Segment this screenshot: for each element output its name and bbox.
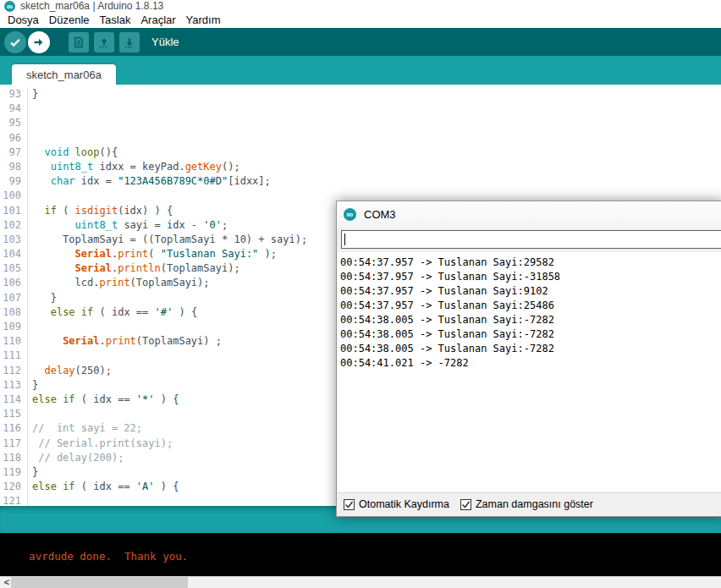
timestamp-checkbox-box[interactable]: [460, 499, 471, 510]
tab-label: sketch_mar06a: [26, 69, 102, 81]
serial-monitor-title-bar[interactable]: ∞ COM3: [337, 201, 721, 228]
line-number: 121: [0, 494, 28, 506]
serial-output-line: 00:54:37.957 -> Tuslanan Sayi:9102: [340, 284, 721, 299]
code-content: // Serial.print(sayi);: [28, 437, 173, 451]
save-button[interactable]: [119, 32, 140, 52]
window-title: sketch_mar06a | Arduino 1.8.13: [20, 0, 163, 12]
line-number: 99: [0, 174, 28, 189]
code-content: }: [28, 291, 57, 305]
new-sketch-button[interactable]: [69, 32, 89, 52]
horizontal-scrollbar[interactable]: <: [0, 576, 721, 588]
menu-item-tools[interactable]: Araçlar: [135, 13, 180, 28]
line-number: 110: [0, 334, 28, 349]
console-text: avrdude done. Thank you.: [29, 550, 188, 563]
code-content: lcd.print(ToplamSayi);: [28, 276, 210, 290]
line-number: 114: [0, 393, 28, 407]
serial-output-line: 00:54:37.957 -> Tuslanan Sayi:-31858: [340, 270, 721, 284]
code-line[interactable]: 98 uint8_t idxx = keyPad.getKey();: [0, 160, 721, 174]
serial-output-line: 00:54:38.005 -> Tuslanan Sayi:-7282: [340, 313, 721, 327]
menu-item-edit[interactable]: Düzenle: [44, 13, 95, 28]
code-content: if ( isdigit(idx) ) {: [28, 204, 173, 218]
arrow-up-icon: [97, 36, 111, 49]
check-icon: [461, 500, 471, 509]
code-content: else if ( idx == '*' ) {: [28, 393, 179, 407]
line-number: 112: [0, 364, 28, 378]
line-number: 95: [0, 116, 28, 130]
code-content: [28, 189, 32, 203]
code-content: Serial.print(ToplamSayi) ;: [28, 334, 222, 349]
serial-output-line: 00:54:38.005 -> Tuslanan Sayi:-7282: [340, 342, 721, 356]
code-content: Serial.print( "Tuslanan Sayi:" );: [28, 247, 277, 261]
line-number: 103: [0, 233, 28, 247]
code-content: char idx = "123A456B789C*0#D"[idxx];: [28, 174, 271, 189]
code-line[interactable]: 95: [0, 116, 721, 130]
verify-button[interactable]: [4, 31, 26, 53]
line-number: 108: [0, 305, 28, 320]
code-content: // int sayi = 22;: [28, 421, 142, 436]
toolbar: Yükle: [0, 28, 721, 56]
code-content: uint8_t idxx = keyPad.getKey();: [28, 160, 240, 174]
code-content: Serial.println(ToplamSayi);: [28, 261, 240, 276]
line-number: 93: [0, 87, 28, 102]
code-line[interactable]: 96: [0, 131, 721, 146]
check-icon: [344, 500, 354, 509]
line-number: 104: [0, 247, 28, 261]
text-caret: [344, 234, 345, 245]
autoscroll-checkbox-box[interactable]: [344, 499, 355, 510]
line-number: 115: [0, 407, 28, 421]
line-number: 113: [0, 378, 28, 393]
menu-bar: DosyaDüzenleTaslakAraçlarYardım: [0, 13, 721, 28]
serial-output-area[interactable]: 00:54:37.957 -> Tuslanan Sayi:2958200:54…: [338, 252, 721, 494]
open-button[interactable]: [94, 32, 114, 52]
menu-item-help[interactable]: Yardım: [181, 13, 226, 28]
title-bar[interactable]: ∞ sketch_mar06a | Arduino 1.8.13: [0, 0, 721, 13]
document-icon: [72, 36, 85, 49]
serial-send-input[interactable]: [341, 230, 721, 249]
line-number: 106: [0, 276, 28, 290]
code-content: else if ( idx == '#' ) {: [28, 305, 197, 320]
toolbar-status-label: Yükle: [151, 36, 179, 48]
autoscroll-checkbox[interactable]: Otomatik Kaydırma: [344, 498, 449, 510]
menu-item-sketch[interactable]: Taslak: [95, 13, 136, 28]
timestamp-checkbox-label[interactable]: Zaman damgasını göster: [476, 498, 593, 510]
serial-output-line: 00:54:38.005 -> Tuslanan Sayi:-7282: [340, 327, 721, 342]
code-content: }: [28, 378, 38, 393]
timestamp-checkbox[interactable]: Zaman damgasını göster: [460, 498, 593, 510]
serial-output-line: 00:54:37.957 -> Tuslanan Sayi:25486: [340, 299, 721, 313]
code-content: void loop(){: [28, 146, 118, 160]
code-line[interactable]: 97 void loop(){: [0, 146, 721, 160]
arduino-ide-window: ∞ sketch_mar06a | Arduino 1.8.13 DosyaDü…: [0, 0, 721, 588]
tab-bar: sketch_mar06a: [0, 56, 721, 85]
line-number: 109: [0, 320, 28, 334]
arduino-logo-icon: ∞: [344, 208, 356, 221]
code-content: }: [28, 87, 38, 102]
console-output: avrdude done. Thank you.: [0, 533, 721, 576]
tab-sketch-mar06a[interactable]: sketch_mar06a: [12, 64, 116, 85]
code-content: ToplamSayi = ((ToplamSayi * 10) + sayi);: [28, 233, 307, 247]
line-number: 117: [0, 437, 28, 451]
line-number: 101: [0, 204, 28, 218]
serial-monitor-title: COM3: [364, 208, 396, 221]
serial-monitor-window: ∞ COM3 00:54:37.957 -> Tuslanan Sayi:295…: [336, 201, 721, 517]
code-line[interactable]: 93}: [0, 87, 721, 102]
menu-item-file[interactable]: Dosya: [3, 13, 44, 28]
code-line[interactable]: 99 char idx = "123A456B789C*0#D"[idxx];: [0, 174, 721, 189]
line-number: 111: [0, 349, 28, 363]
serial-output-line: 00:54:37.957 -> Tuslanan Sayi:29582: [340, 256, 721, 270]
arrow-right-icon: [32, 36, 46, 49]
upload-button[interactable]: [28, 31, 50, 53]
code-content: [28, 349, 32, 363]
arrow-down-icon: [123, 36, 136, 49]
code-content: delay(250);: [28, 364, 112, 378]
code-content: [28, 102, 32, 116]
code-content: else if ( idx == 'A' ) {: [28, 480, 179, 494]
code-content: [28, 494, 32, 506]
line-number: 102: [0, 218, 28, 233]
line-number: 97: [0, 146, 28, 160]
line-number: 105: [0, 261, 28, 276]
autoscroll-checkbox-label[interactable]: Otomatik Kaydırma: [359, 498, 449, 510]
line-number: 100: [0, 189, 28, 203]
code-line[interactable]: 94: [0, 102, 721, 116]
check-icon: [8, 36, 22, 49]
scrollbar-thumb[interactable]: [11, 577, 188, 588]
